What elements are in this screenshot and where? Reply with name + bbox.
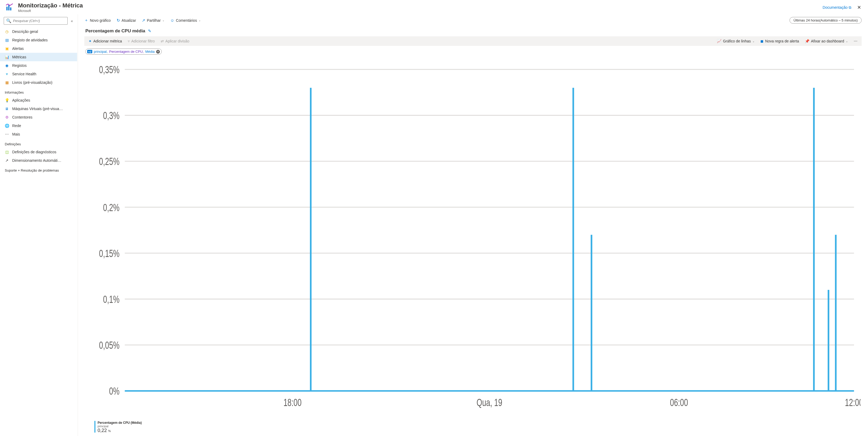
chart-type-dropdown[interactable]: 📈 Gráfico de linhas ⌄ — [715, 38, 757, 44]
page-title: Monitorização - Métrica — [18, 2, 83, 9]
chevron-down-icon: ⌄ — [846, 40, 848, 43]
nav-item-icon: ◉ — [5, 63, 9, 68]
sidebar-item[interactable]: ◉Registos — [0, 61, 77, 70]
nav-item-label: Máquinas Virtuais (pré-visua… — [12, 106, 63, 111]
metrics-chart[interactable]: 0%0,05%0,1%0,15%0,2%0,25%0,3%0,35%18:00Q… — [85, 60, 861, 419]
remove-chip-button[interactable]: ✕ — [156, 50, 160, 54]
nav-item-label: Registo de atividades — [12, 38, 48, 42]
nav-item-icon: 🖥 — [5, 106, 9, 111]
nav-item-icon: 📊 — [5, 55, 9, 59]
search-icon: 🔍 — [6, 18, 11, 23]
edit-title-button[interactable]: ✎ — [148, 29, 151, 33]
nav-item-label: Service Health — [12, 72, 36, 76]
ellipsis-icon: ⋯ — [854, 39, 858, 43]
nav-item-icon: ▦ — [5, 80, 9, 85]
sidebar-item[interactable]: ⋯Mais — [0, 130, 77, 138]
apply-split-button[interactable]: ⇄ Aplicar divisão — [159, 38, 191, 44]
smiley-icon: ☺ — [170, 18, 174, 23]
svg-text:06:00: 06:00 — [670, 397, 688, 408]
sidebar-section-header: Informações — [0, 87, 77, 96]
chevron-down-icon: ⌄ — [198, 19, 201, 22]
chip-aggregation: Média — [145, 50, 155, 54]
refresh-button[interactable]: ↻ Atualizar — [117, 18, 136, 23]
collapse-sidebar-button[interactable]: « — [70, 18, 74, 24]
legend-title: Percentagem de CPU (Média) — [98, 421, 142, 425]
pin-icon: 📌 — [805, 39, 809, 43]
nav-item-icon: ◫ — [5, 150, 9, 154]
sidebar: 🔍 « ◷Descrição geral▤Registo de atividad… — [0, 14, 78, 436]
legend-color-bar — [94, 421, 95, 433]
sidebar-item[interactable]: ▤Registo de atividades — [0, 36, 77, 44]
new-chart-button[interactable]: ＋ Novo gráfico — [84, 18, 111, 23]
new-alert-rule-button[interactable]: ◼ Nova regra de alerta — [758, 38, 801, 44]
svg-text:0,25%: 0,25% — [99, 155, 120, 167]
sidebar-item[interactable]: ◫Definições de diagnósticos — [0, 148, 77, 156]
sidebar-nav: ◷Descrição geral▤Registo de atividades▣A… — [0, 27, 78, 436]
svg-text:0,1%: 0,1% — [103, 293, 120, 305]
nav-item-label: Registos — [12, 63, 27, 68]
feedback-button[interactable]: ☺ Comentários ⌄ — [170, 18, 201, 23]
nav-item-label: Livros (pré-visualização) — [12, 80, 53, 85]
documentation-link[interactable]: Documentação ⧉ — [823, 5, 851, 10]
sidebar-item[interactable]: 💡Aplicações — [0, 96, 77, 104]
chip-metric: Percentagem de CPU, — [109, 50, 144, 54]
nav-item-label: Aplicações — [12, 98, 30, 102]
pin-dashboard-button[interactable]: 📌 Afixar ao dashboard ⌄ — [803, 38, 850, 44]
svg-text:0,2%: 0,2% — [103, 201, 120, 213]
sidebar-item[interactable]: ♥Service Health — [0, 70, 77, 78]
alert-icon: ◼ — [761, 39, 764, 43]
sidebar-section-header: Suporte + Resolução de problemas — [0, 165, 77, 174]
search-input[interactable] — [13, 19, 65, 23]
svg-text:0,15%: 0,15% — [99, 247, 120, 259]
svg-text:Qua, 19: Qua, 19 — [476, 397, 502, 408]
nav-item-icon: ⋯ — [5, 132, 9, 136]
metric-chip[interactable]: sql principal, Percentagem de CPU, Média… — [85, 49, 162, 55]
svg-text:18:00: 18:00 — [283, 397, 302, 408]
sidebar-item[interactable]: 🖥Máquinas Virtuais (pré-visua… — [0, 104, 77, 113]
sidebar-item[interactable]: 📊Métricas — [0, 53, 77, 61]
time-range-picker[interactable]: Últimas 24 horas(Automático – 5 minutos) — [789, 17, 862, 24]
filter-icon: ▿ — [128, 39, 130, 43]
search-input-wrap[interactable]: 🔍 — [4, 17, 68, 25]
chip-resource: principal, — [94, 50, 107, 54]
close-button[interactable]: ✕ — [856, 3, 863, 11]
nav-item-icon: 💡 — [5, 98, 9, 102]
nav-item-icon: 🌐 — [5, 124, 9, 128]
share-button[interactable]: ↗ Partilhar ⌄ — [142, 18, 164, 23]
sidebar-item[interactable]: ▣Alertas — [0, 44, 77, 53]
external-link-icon: ⧉ — [849, 5, 851, 10]
sidebar-item[interactable]: ◷Descrição geral — [0, 27, 77, 36]
main-content: ＋ Novo gráfico ↻ Atualizar ↗ Partilhar ⌄… — [78, 14, 868, 436]
chevron-down-icon: ⌄ — [162, 19, 164, 22]
nav-item-icon: ◷ — [5, 29, 9, 34]
add-filter-button[interactable]: ▿ Adicionar filtro — [126, 38, 157, 44]
sidebar-section-header: Definições — [0, 138, 77, 148]
metric-toolbar: ✦ Adicionar métrica ▿ Adicionar filtro ⇄… — [84, 36, 862, 46]
svg-text:12:00: 12:00 — [845, 397, 861, 408]
nav-item-label: Métricas — [12, 55, 26, 59]
nav-item-label: Alertas — [12, 46, 24, 51]
more-options-button[interactable]: ⋯ — [851, 38, 860, 44]
add-metric-icon: ✦ — [89, 39, 92, 43]
legend-value: 0,22 % — [98, 428, 142, 433]
line-chart-icon: 📈 — [717, 39, 721, 43]
page-subtitle: Microsoft — [18, 9, 83, 13]
nav-item-label: Definições de diagnósticos — [12, 150, 57, 154]
command-bar: ＋ Novo gráfico ↻ Atualizar ↗ Partilhar ⌄… — [78, 14, 868, 26]
nav-item-icon: ⚙ — [5, 115, 9, 119]
nav-item-icon: ↗ — [5, 158, 9, 162]
sql-badge-icon: sql — [87, 50, 92, 53]
metrics-logo-icon — [5, 3, 14, 12]
sidebar-item[interactable]: ▦Livros (pré-visualização) — [0, 78, 77, 87]
nav-item-icon: ▣ — [5, 46, 9, 51]
nav-item-label: Descrição geral — [12, 29, 38, 34]
svg-text:0%: 0% — [109, 385, 119, 397]
nav-item-label: Contentores — [12, 115, 32, 119]
sidebar-item[interactable]: 🌐Rede — [0, 121, 77, 130]
nav-item-icon: ▤ — [5, 38, 9, 42]
plus-icon: ＋ — [84, 18, 88, 23]
nav-item-icon: ♥ — [5, 72, 9, 76]
sidebar-item[interactable]: ↗Dimensionamento Automáti… — [0, 156, 77, 165]
add-metric-button[interactable]: ✦ Adicionar métrica — [86, 38, 124, 44]
sidebar-item[interactable]: ⚙Contentores — [0, 113, 77, 121]
